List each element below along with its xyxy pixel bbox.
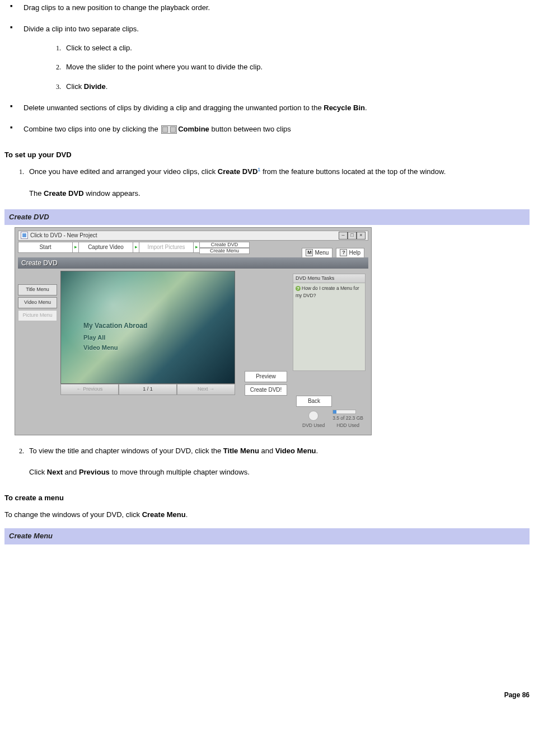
text: . xyxy=(186,510,188,519)
text-bold: Video Menu xyxy=(275,447,316,455)
window-title: Click to DVD - New Project xyxy=(30,231,97,240)
usage-meters: DVD Used 3.5 of 22.3 GB HDD Used xyxy=(302,410,363,429)
substeps: Click to select a clip. Move the slider … xyxy=(24,43,530,92)
value: 3.5 of 22.3 GB xyxy=(332,415,363,422)
left-tabs: Title Menu Video Menu Picture Menu xyxy=(18,271,57,415)
text: . xyxy=(106,82,108,91)
question-icon: ? xyxy=(296,286,301,291)
task-pane: DVD Menu Tasks ?How do I create a Menu f… xyxy=(293,274,366,371)
maximize-button[interactable]: □ xyxy=(348,232,357,240)
text: Divide a clip into two separate clips. xyxy=(24,25,139,33)
preview-pane: My Vacation Abroad Play All Video Menu ←… xyxy=(60,271,235,415)
text: The xyxy=(29,189,44,198)
screenshot-create-dvd: Click to DVD - New Project – □ × Start ▸… xyxy=(15,227,372,435)
text: and xyxy=(63,468,79,476)
text-bold: Title Menu xyxy=(223,447,259,455)
text-bold: Create DVD xyxy=(218,167,258,176)
list-item: Move the slider to the point where you w… xyxy=(63,62,530,73)
list-item: Combine two clips into one by clicking t… xyxy=(4,124,530,135)
list-item: Divide a clip into two separate clips. C… xyxy=(4,24,530,92)
label: HDD Used xyxy=(332,422,363,429)
minimize-button[interactable]: – xyxy=(339,232,348,240)
bullet-list: Drag clips to a new position to change t… xyxy=(4,2,530,135)
text: To view the title and chapter windows of… xyxy=(29,447,223,455)
hdd-used-meter: 3.5 of 22.3 GB HDD Used xyxy=(332,410,363,429)
list-item: Click to select a clip. xyxy=(63,43,530,54)
text-bold: Previous xyxy=(79,468,110,476)
section-heading: To create a menu xyxy=(4,492,530,504)
text: Drag clips to a new position to change t… xyxy=(24,3,210,12)
text: Delete unwanted sections of clips by div… xyxy=(24,104,324,112)
close-button[interactable]: × xyxy=(357,232,366,240)
window-titlebar: Click to DVD - New Project xyxy=(18,231,368,241)
screenshot-caption: Create Menu xyxy=(4,528,530,544)
list-item: Drag clips to a new position to change t… xyxy=(4,2,530,13)
text: Click xyxy=(66,82,84,91)
text-bold: Combine xyxy=(178,125,209,133)
next-button[interactable]: Next → xyxy=(177,384,235,395)
app-icon xyxy=(21,232,28,239)
label: Menu xyxy=(315,248,329,257)
previous-button[interactable]: ← Previous xyxy=(60,384,119,395)
crumb-capture[interactable]: Capture Video xyxy=(78,242,133,253)
text-bold: Next xyxy=(47,468,63,476)
crumb-create-dvd[interactable]: Create DVD xyxy=(199,242,250,248)
paragraph: To change the windows of your DVD, click… xyxy=(4,509,530,520)
section-heading: To set up your DVD xyxy=(4,149,530,161)
text-bold: Recycle Bin xyxy=(324,104,365,112)
help-button[interactable]: ?Help xyxy=(336,248,364,258)
window-controls: – □ × xyxy=(339,232,366,240)
bar-icon xyxy=(332,410,356,414)
text: Combine two clips into one by clicking t… xyxy=(24,125,160,133)
task-link[interactable]: How do I create a Menu for my DVD? xyxy=(296,285,359,298)
combine-icon xyxy=(161,125,177,134)
list-item: To view the title and chapter windows of… xyxy=(26,445,530,478)
task-pane-body: ?How do I create a Menu for my DVD? xyxy=(293,283,366,371)
overlay-videomenu[interactable]: Video Menu xyxy=(83,343,118,353)
list-item: Once you have edited and arranged your v… xyxy=(26,166,530,199)
create-dvd-button[interactable]: Create DVD! xyxy=(245,384,287,396)
text: Once you have edited and arranged your v… xyxy=(29,167,218,176)
title-menu-tab[interactable]: Title Menu xyxy=(18,284,57,295)
menu-icon: M xyxy=(306,249,313,256)
menu-button[interactable]: MMenu xyxy=(302,248,332,258)
text: . xyxy=(365,104,367,112)
text: Click xyxy=(29,468,47,476)
section-banner: Create DVD xyxy=(18,257,368,269)
task-pane-header: DVD Menu Tasks xyxy=(293,274,366,283)
setup-steps: Once you have edited and arranged your v… xyxy=(4,166,530,199)
list-item: Click Divide. xyxy=(63,81,530,92)
setup-steps-cont: To view the title and chapter windows of… xyxy=(4,445,530,478)
text: and xyxy=(259,447,275,455)
back-button[interactable]: Back xyxy=(296,396,332,407)
crumb-start[interactable]: Start xyxy=(18,242,73,253)
help-icon: ? xyxy=(340,249,347,256)
text: window appears. xyxy=(84,189,140,198)
crumb-create-menu[interactable]: Create Menu xyxy=(199,248,250,254)
text: To change the windows of your DVD, click xyxy=(4,510,142,519)
pager: ← Previous 1 / 1 Next → xyxy=(60,384,235,395)
text-bold: Divide xyxy=(84,82,106,91)
text: from the feature buttons located at the … xyxy=(260,167,446,176)
crumb-import: Import Pictures xyxy=(139,242,194,253)
preview-button[interactable]: Preview xyxy=(245,371,287,382)
overlay-title: My Vacation Abroad xyxy=(83,321,147,331)
text: Click to select a clip. xyxy=(66,44,132,52)
label: Help xyxy=(349,248,360,257)
text: to move through multiple chapter windows… xyxy=(110,468,250,476)
video-menu-tab[interactable]: Video Menu xyxy=(18,297,57,308)
list-item: Delete unwanted sections of clips by div… xyxy=(4,102,530,114)
crumb-create-stack[interactable]: Create DVD Create Menu xyxy=(199,242,250,254)
text: Move the slider to the point where you w… xyxy=(66,63,263,71)
label: DVD Used xyxy=(302,422,325,429)
screenshot-caption: Create DVD xyxy=(4,209,530,225)
text-bold: Create Menu xyxy=(142,510,186,519)
dvd-used-meter: DVD Used xyxy=(302,411,325,429)
preview-image: My Vacation Abroad Play All Video Menu xyxy=(60,271,235,384)
overlay-playall[interactable]: Play All xyxy=(83,333,105,342)
text: . xyxy=(316,447,318,455)
page-indicator: 1 / 1 xyxy=(119,384,177,395)
text-bold: Create DVD xyxy=(44,189,84,198)
picture-menu-tab: Picture Menu xyxy=(18,310,57,321)
page-number: Page 86 xyxy=(4,690,530,701)
